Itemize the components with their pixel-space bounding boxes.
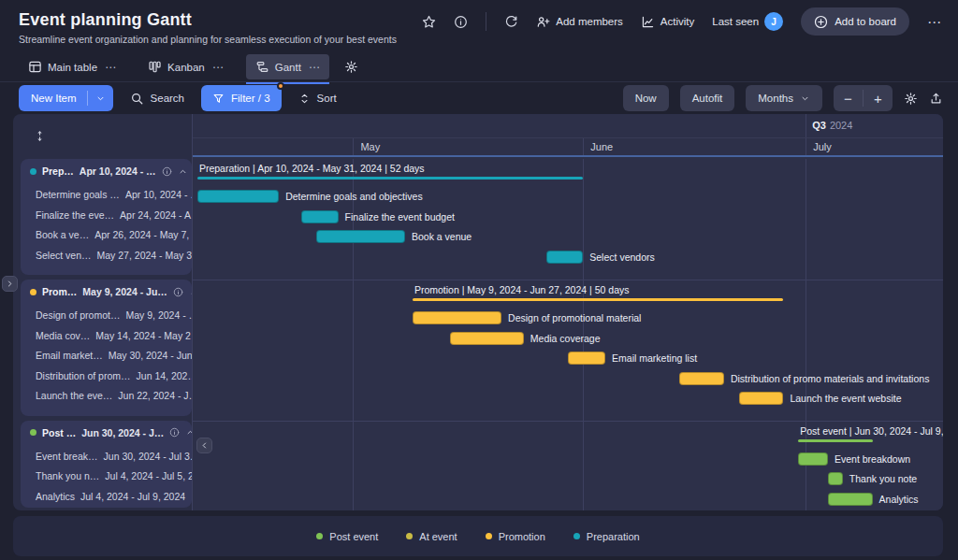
board-info-icon[interactable] [454, 15, 468, 29]
group-info-icon[interactable] [162, 166, 172, 177]
gantt-bar-label: Thank you note [849, 472, 917, 485]
gantt-bar[interactable] [546, 251, 584, 264]
sidebar-group-card: Prep…Apr 10, 2024 - …Determine goals …Ap… [21, 159, 192, 275]
month-label: May [360, 141, 380, 152]
table-icon [28, 60, 42, 74]
sidebar-group-card: Prom…May 9, 2024 - Ju…Design of promot…M… [21, 280, 192, 416]
gantt-bar[interactable] [450, 332, 524, 345]
gantt-bar[interactable] [301, 210, 339, 223]
sidebar-task-row[interactable]: Launch the eve…Jun 22, 2024 - J… [36, 388, 185, 403]
group-header[interactable]: Prep…Apr 10, 2024 - … [30, 164, 184, 179]
gantt-bar-label: Determine goals and objectives [285, 190, 423, 203]
group-color-dot [30, 429, 36, 436]
group-header[interactable]: Post …Jun 30, 2024 - J… [30, 425, 184, 440]
gantt-bar[interactable] [739, 392, 784, 405]
tab-main-table[interactable]: Main table⋯ [19, 54, 125, 79]
group-collapse-icon[interactable] [178, 166, 188, 177]
gantt-bar[interactable] [828, 472, 843, 485]
gantt-bar[interactable] [568, 352, 605, 365]
gantt-bar[interactable] [197, 190, 279, 203]
group-collapse-icon[interactable] [185, 427, 192, 438]
zoom-in-button[interactable]: + [864, 85, 893, 111]
tab-gantt[interactable]: Gantt⋯ [246, 54, 329, 79]
gantt-bar[interactable] [798, 452, 828, 466]
favorite-star-icon[interactable] [422, 15, 436, 29]
now-button[interactable]: Now [623, 85, 669, 111]
task-name: Analytics [36, 491, 75, 502]
legend-item: Preparation [573, 531, 640, 542]
sidebar-task-row[interactable]: Thank you n…Jul 4, 2024 - Jul 5, 2… [36, 468, 185, 483]
group-name: Post … [42, 427, 76, 438]
task-name: Event break… [36, 451, 98, 462]
task-dates: Apr 10, 2024 - … [125, 189, 192, 200]
plus-circle-icon [814, 15, 828, 29]
month-gridline [806, 138, 806, 155]
sidebar-task-row[interactable]: Email market…May 30, 2024 - Jun… [36, 348, 185, 363]
header-divider [486, 12, 486, 31]
sidebar-task-row[interactable]: Distribution of prom…Jun 14, 202… [36, 368, 185, 383]
group-header[interactable]: Prom…May 9, 2024 - Ju… [30, 284, 184, 299]
task-name: Media cov… [36, 330, 90, 341]
task-name: Email market… [36, 350, 103, 361]
sidebar-task-row[interactable]: Select ven…May 27, 2024 - May 3… [36, 248, 185, 263]
gantt-bar-label: Email marketing list [612, 352, 697, 365]
legend-label: Post event [329, 531, 378, 542]
zoom-unit-select[interactable]: Months [746, 85, 822, 111]
sidebar-group-section: Post …Jun 30, 2024 - J…Event break…Jun 3… [13, 419, 192, 511]
tab-label: Gantt [275, 62, 301, 73]
board-menu-icon[interactable]: ⋯ [927, 15, 941, 29]
new-item-button[interactable]: New Item [19, 85, 113, 111]
gantt-group-section: Preparation | Apr 10, 2024 - May 31, 202… [192, 159, 943, 280]
search-button[interactable]: Search [130, 92, 184, 106]
sidebar-task-row[interactable]: Book a ve…Apr 26, 2024 - May 7, … [36, 227, 185, 242]
sidebar-groups: Prep…Apr 10, 2024 - …Determine goals …Ap… [13, 157, 192, 510]
views-settings-icon[interactable] [344, 60, 358, 74]
sidebar-task-row[interactable]: Event break…Jun 30, 2024 - Jul 3… [36, 449, 185, 464]
gantt-bar[interactable] [413, 311, 501, 324]
group-summary-bar[interactable] [197, 177, 583, 179]
zoom-out-button[interactable]: − [834, 85, 863, 111]
export-icon[interactable] [929, 92, 943, 106]
legend-color-dot [406, 533, 413, 539]
tab-menu-icon[interactable]: ⋯ [309, 61, 320, 74]
sidebar-task-row[interactable]: Media cov…May 14, 2024 - May 2… [36, 328, 185, 343]
gantt-settings-icon[interactable] [904, 92, 918, 106]
group-info-icon[interactable] [173, 287, 183, 297]
new-item-chevron-icon[interactable] [88, 93, 113, 104]
add-to-board-button[interactable]: Add to board [801, 7, 909, 36]
kanban-icon [148, 60, 162, 74]
collapse-sidebar-button[interactable] [196, 438, 212, 453]
automations-icon[interactable] [504, 15, 518, 29]
tab-kanban[interactable]: Kanban⋯ [138, 54, 233, 79]
filter-button[interactable]: Filter / 3 [201, 85, 282, 111]
sidebar-task-row[interactable]: Finalize the eve…Apr 24, 2024 - A… [36, 208, 185, 223]
activity-button[interactable]: Activity [641, 15, 694, 29]
tab-menu-icon[interactable]: ⋯ [105, 61, 116, 74]
gantt-bar[interactable] [679, 372, 724, 385]
filter-badge [277, 82, 284, 90]
avatar[interactable]: J [764, 12, 783, 31]
expand-panel-button[interactable] [2, 276, 18, 292]
legend-color-dot [316, 533, 323, 539]
gantt-bar[interactable] [316, 230, 405, 243]
sidebar-group-card: Post …Jun 30, 2024 - J…Event break…Jun 3… [21, 421, 192, 509]
add-members-button[interactable]: Add members [536, 15, 623, 29]
sidebar-task-row[interactable]: AnalyticsJul 4, 2024 - Jul 9, 2024 [36, 489, 185, 504]
resize-rows-icon[interactable] [34, 130, 46, 142]
page-title: Event planning Gantt [19, 10, 422, 30]
gantt-bar[interactable] [828, 493, 873, 506]
group-summary-bar[interactable] [798, 439, 872, 442]
task-dates: Jul 4, 2024 - Jul 9, 2024 [80, 491, 185, 502]
tab-label: Kanban [167, 62, 205, 73]
sidebar-task-row[interactable]: Design of promot…May 9, 2024 - … [36, 308, 185, 323]
group-summary-bar[interactable] [413, 298, 784, 301]
sort-button[interactable]: Sort [298, 93, 337, 105]
autofit-button[interactable]: Autofit [680, 85, 735, 111]
group-info-icon[interactable] [169, 427, 180, 438]
filter-label: Filter / 3 [231, 93, 270, 104]
group-legend: Post eventAt eventPromotionPreparation [13, 516, 943, 556]
view-tabs-row: Main table⋯Kanban⋯Gantt⋯ [19, 51, 358, 82]
sidebar-task-row[interactable]: Determine goals …Apr 10, 2024 - … [36, 187, 185, 202]
legend-label: Promotion [499, 531, 545, 542]
tab-menu-icon[interactable]: ⋯ [212, 61, 224, 74]
